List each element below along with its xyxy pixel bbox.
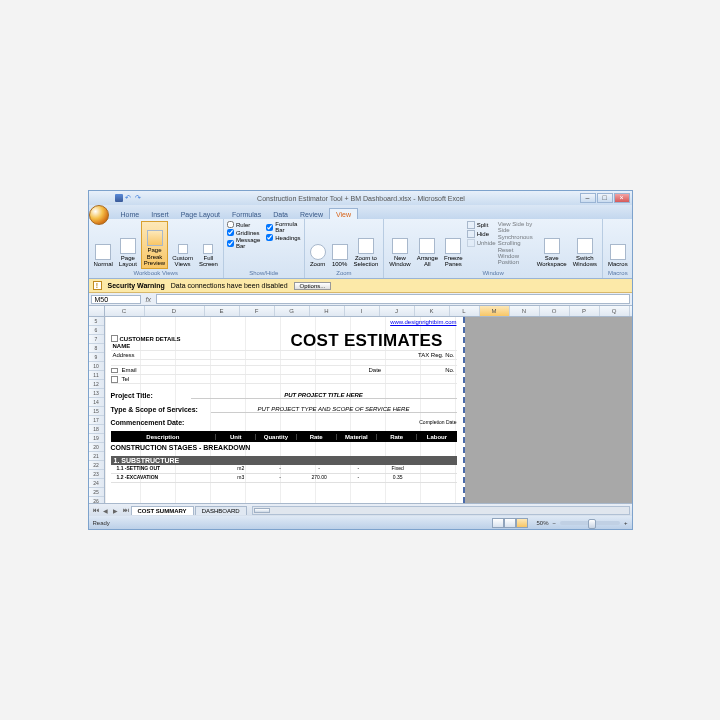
ribbon-group-window: New Window Arrange All Freeze Panes Spli… <box>384 219 603 278</box>
row-header[interactable]: 10 <box>89 362 104 371</box>
warning-options-button[interactable]: Options... <box>294 282 332 290</box>
ruler-check[interactable]: Ruler <box>227 221 260 228</box>
freeze-panes-button[interactable]: Freeze Panes <box>442 221 465 269</box>
page-break-preview-button[interactable]: Page Break Preview <box>141 221 168 269</box>
view-pagebreak-icon[interactable] <box>516 518 528 528</box>
tab-page-layout[interactable]: Page Layout <box>175 209 226 219</box>
row-header[interactable]: 15 <box>89 407 104 416</box>
formulabar-check[interactable]: Formula Bar <box>266 221 300 233</box>
reset-position-button[interactable]: Reset Window Position <box>498 247 533 265</box>
worksheet-area[interactable]: www.designrightbim.com COST ESTIMATES CU… <box>105 317 632 503</box>
office-button[interactable] <box>89 205 109 225</box>
zoom-button[interactable]: Zoom <box>308 221 328 269</box>
maximize-button[interactable]: □ <box>597 193 613 203</box>
sync-scroll-button[interactable]: Synchronous Scrolling <box>498 234 533 246</box>
sheet-tab-bar: ⏮ ◀ ▶ ⏭ COST SUMMARY DASHBOARD <box>89 503 632 516</box>
zoom-selection-button[interactable]: Zoom to Selection <box>352 221 381 269</box>
column-headers[interactable]: C D E F G H I J K L M N O P Q <box>89 306 632 317</box>
messagebar-check[interactable]: Message Bar <box>227 237 260 249</box>
row-header[interactable]: 6 <box>89 326 104 335</box>
page-layout-view-button[interactable]: Page Layout <box>117 221 139 269</box>
redo-icon[interactable]: ↷ <box>135 194 143 202</box>
warning-icon: ! <box>93 281 102 290</box>
normal-view-button[interactable]: Normal <box>92 221 115 269</box>
view-normal-icon[interactable] <box>492 518 504 528</box>
undo-icon[interactable]: ↶ <box>125 194 133 202</box>
zoom-100-button[interactable]: 100% <box>330 221 350 269</box>
zoom-slider[interactable] <box>560 521 620 525</box>
headings-check[interactable]: Headings <box>266 234 300 241</box>
macros-button[interactable]: Macros <box>606 221 630 269</box>
row-header[interactable]: 23 <box>89 470 104 479</box>
ribbon-group-macros: Macros Macros <box>603 219 633 278</box>
row-header[interactable]: 20 <box>89 443 104 452</box>
table-row[interactable]: 1.1 -SETTING OUT m2 - - - Fixed <box>111 465 457 474</box>
split-button[interactable]: Split <box>467 221 496 229</box>
row-header[interactable]: 13 <box>89 389 104 398</box>
row-header[interactable]: 26 <box>89 497 104 503</box>
tab-insert[interactable]: Insert <box>145 209 175 219</box>
table-row[interactable]: 1.2 -EXCAVATION m3 - 270.00 - 0.35 <box>111 474 457 483</box>
row-header[interactable]: 5 <box>89 317 104 326</box>
row-header[interactable]: 17 <box>89 416 104 425</box>
phone-icon <box>111 376 118 383</box>
unhide-button[interactable]: Unhide <box>467 239 496 247</box>
tab-view[interactable]: View <box>329 208 358 219</box>
sheet-tab-cost-summary[interactable]: COST SUMMARY <box>131 506 194 515</box>
app-window: ↶ ↷ Construction Estimator Tool + BM Das… <box>88 190 633 530</box>
tab-nav-prev[interactable]: ◀ <box>101 507 111 514</box>
full-screen-button[interactable]: Full Screen <box>197 221 220 269</box>
row-header[interactable]: 18 <box>89 425 104 434</box>
table-header: Description Unit Quantity Rate Material … <box>111 431 457 442</box>
tab-home[interactable]: Home <box>115 209 146 219</box>
row-header[interactable]: 14 <box>89 398 104 407</box>
row-header[interactable]: 25 <box>89 488 104 497</box>
top-link[interactable]: www.designrightbim.com <box>111 319 457 325</box>
ribbon: Normal Page Layout Page Break Preview Cu… <box>89 219 632 279</box>
save-workspace-button[interactable]: Save Workspace <box>535 221 569 269</box>
hide-button[interactable]: Hide <box>467 230 496 238</box>
row-header[interactable]: 19 <box>89 434 104 443</box>
view-layout-icon[interactable] <box>504 518 516 528</box>
row-header[interactable]: 24 <box>89 479 104 488</box>
zoom-in-button[interactable]: + <box>624 520 628 526</box>
row-header[interactable]: 21 <box>89 452 104 461</box>
row-header[interactable]: 7 <box>89 335 104 344</box>
horizontal-scrollbar[interactable] <box>252 506 630 515</box>
warning-label: Security Warning <box>108 282 165 289</box>
fx-icon[interactable]: fx <box>143 296 154 303</box>
tab-review[interactable]: Review <box>294 209 329 219</box>
custom-views-button[interactable]: Custom Views <box>170 221 195 269</box>
row-header[interactable]: 12 <box>89 380 104 389</box>
gridlines-check[interactable]: Gridlines <box>227 229 260 236</box>
row-headers[interactable]: 5678910111213141517181920212223242526282… <box>89 317 105 503</box>
person-icon <box>111 335 118 342</box>
doc-title: COST ESTIMATES <box>291 331 443 351</box>
formula-bar: M50 fx <box>89 293 632 306</box>
tab-data[interactable]: Data <box>267 209 294 219</box>
name-box[interactable]: M50 <box>91 295 141 304</box>
close-button[interactable]: × <box>614 193 630 203</box>
zoom-level[interactable]: 50% <box>536 520 548 526</box>
select-all-corner[interactable] <box>89 306 105 316</box>
tab-nav-next[interactable]: ▶ <box>111 507 121 514</box>
zoom-out-button[interactable]: − <box>552 520 556 526</box>
tab-nav-first[interactable]: ⏮ <box>91 507 101 513</box>
security-warning-bar: ! Security Warning Data connections have… <box>89 279 632 293</box>
email-icon <box>111 368 118 373</box>
sheet-tab-dashboard[interactable]: DASHBOARD <box>195 506 247 515</box>
row-header[interactable]: 9 <box>89 353 104 362</box>
arrange-all-button[interactable]: Arrange All <box>415 221 440 269</box>
formula-input[interactable] <box>156 294 630 304</box>
tab-nav-last[interactable]: ⏭ <box>121 507 131 513</box>
save-icon[interactable] <box>115 194 123 202</box>
switch-windows-button[interactable]: Switch Windows <box>571 221 599 269</box>
row-header[interactable]: 11 <box>89 371 104 380</box>
quick-access-toolbar[interactable]: ↶ ↷ <box>115 194 143 202</box>
row-header[interactable]: 22 <box>89 461 104 470</box>
new-window-button[interactable]: New Window <box>387 221 412 269</box>
minimize-button[interactable]: – <box>580 193 596 203</box>
row-header[interactable]: 8 <box>89 344 104 353</box>
tab-formulas[interactable]: Formulas <box>226 209 267 219</box>
side-by-side-button[interactable]: View Side by Side <box>498 221 533 233</box>
